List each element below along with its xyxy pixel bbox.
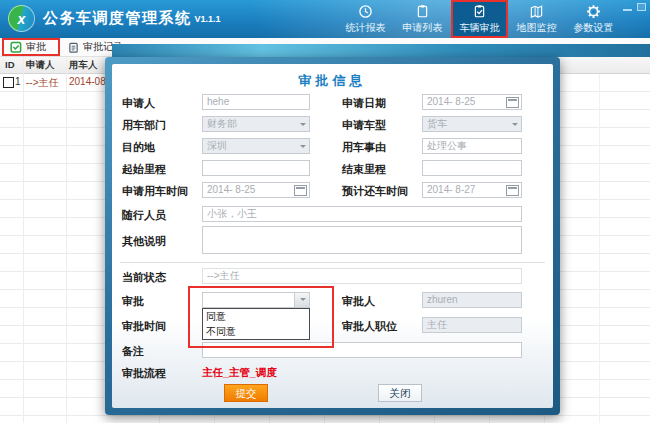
window-controls [623,3,646,11]
approval-dialog: 审批信息 申请人 hehe 申请日期 2014- 8-25 用车部门 财务部 申… [105,57,560,415]
approval-time-label: 审批时间 [122,319,166,334]
grid-col-applicant[interactable]: 申请人 [26,59,55,72]
approval-select[interactable] [202,292,310,308]
approver-field: zhuren [422,292,522,308]
reason-field[interactable]: 处理公事 [422,138,522,154]
approver-position-label: 审批人职位 [342,319,397,334]
remark-label: 备注 [122,344,144,359]
grid-row-1[interactable]: 1 -->主任 2014-08- [0,74,105,91]
current-status-label: 当前状态 [122,270,166,285]
current-status-field: -->主任 [202,268,522,284]
main-nav: 统计报表 申请列表 车辆审批 地图监控 [337,0,622,38]
nav-label: 参数设置 [574,21,614,35]
toolbar-approve-label: 审批 [26,40,46,54]
nav-item-map-monitor[interactable]: 地图监控 [508,0,565,38]
use-time-field[interactable]: 2014- 8-25 [202,182,310,198]
use-time-label: 申请用车时间 [122,184,188,199]
cell-user: 2014-08- [69,76,105,87]
nav-label: 车辆审批 [460,21,500,35]
return-time-value: 2014- 8-27 [427,184,475,195]
reason-label: 用车事由 [342,140,386,155]
minimize-icon[interactable] [623,3,632,11]
submit-button[interactable]: 提交 [224,384,268,402]
approval-options-list: 同意 不同意 [202,308,310,340]
flow-label: 审批流程 [122,366,166,381]
dropdown-button[interactable] [294,293,309,307]
other-notes-label: 其他说明 [122,234,166,249]
return-time-field[interactable]: 2014- 8-27 [422,182,522,198]
nav-item-request-list[interactable]: 申请列表 [394,0,451,38]
apply-date-label: 申请日期 [342,96,386,111]
close-button[interactable]: 关闭 [378,384,422,402]
row-checkbox[interactable] [3,77,14,88]
nav-item-settings[interactable]: 参数设置 [565,0,622,38]
end-mileage-field[interactable] [422,160,522,176]
panel-title-band [112,44,650,57]
destination-select[interactable]: 深圳 [202,138,310,154]
app-version: V1.1.1 [195,14,221,24]
cell-id: 1 [15,76,21,87]
app-title: 公务车调度管理系统V1.1.1 [43,9,221,28]
clock-icon [358,4,373,19]
maximize-icon[interactable] [637,3,646,11]
destination-label: 目的地 [122,140,155,155]
app-logo-icon: x [8,5,35,32]
approve-icon [10,41,22,53]
nav-label: 申请列表 [403,21,443,35]
calendar-icon[interactable] [506,97,519,108]
approver-position-field: 主任 [422,317,522,333]
option-disagree[interactable]: 不同意 [203,324,309,339]
flow-value: 主任_主管_调度 [202,366,277,380]
companions-label: 随行人员 [122,208,166,223]
department-value: 财务部 [207,118,237,129]
toolbar-approve-button[interactable]: 审批 [2,38,60,56]
chevron-down-icon [300,298,306,304]
clipboard-check-icon [472,4,487,19]
map-icon [529,4,544,19]
cell-applicant: -->主任 [26,76,59,90]
grid-col-separator [66,57,67,423]
chevron-down-icon [300,123,306,129]
apply-date-value: 2014- 8-25 [427,96,475,107]
return-time-label: 预计还车时间 [342,184,408,199]
department-select[interactable]: 财务部 [202,116,310,132]
approver-label: 审批人 [342,294,375,309]
app-title-text: 公务车调度管理系统 [43,9,192,26]
nav-label: 统计报表 [346,21,386,35]
dialog-title: 审批信息 [112,72,553,90]
chevron-down-icon [300,145,306,151]
calendar-icon[interactable] [506,185,519,196]
apply-date-field[interactable]: 2014- 8-25 [422,94,522,110]
destination-value: 深圳 [207,140,227,151]
end-mileage-label: 结束里程 [342,162,386,177]
use-time-value: 2014- 8-25 [207,184,255,195]
nav-item-vehicle-approval[interactable]: 车辆审批 [451,0,508,38]
remark-field[interactable] [202,342,522,358]
vehicle-type-select[interactable]: 货车 [422,116,522,132]
companions-field[interactable]: 小张，小王 [202,206,522,222]
grid-col-id[interactable]: ID [5,59,15,70]
grid-col-user[interactable]: 用车人 [69,59,98,72]
approval-label: 审批 [122,294,144,309]
nav-item-statistics[interactable]: 统计报表 [337,0,394,38]
gear-icon [586,4,601,19]
nav-label: 地图监控 [517,21,557,35]
applicant-label: 申请人 [122,96,155,111]
approval-dialog-body: 审批信息 申请人 hehe 申请日期 2014- 8-25 用车部门 财务部 申… [112,64,553,408]
vehicle-type-label: 申请车型 [342,118,386,133]
applicant-field[interactable]: hehe [202,94,310,110]
section-divider [120,262,545,263]
vehicle-type-value: 货车 [427,118,447,129]
option-agree[interactable]: 同意 [203,309,309,324]
calendar-icon[interactable] [294,185,307,196]
start-mileage-field[interactable] [202,160,310,176]
clipboard-icon [415,4,430,19]
department-label: 用车部门 [122,118,166,133]
grid-col-separator [23,57,24,423]
app-header: x 公务车调度管理系统V1.1.1 统计报表 申请列表 车辆审批 [0,0,650,38]
chevron-down-icon [512,123,518,129]
other-notes-textarea[interactable] [202,226,522,254]
records-icon [68,42,79,53]
start-mileage-label: 起始里程 [122,162,166,177]
